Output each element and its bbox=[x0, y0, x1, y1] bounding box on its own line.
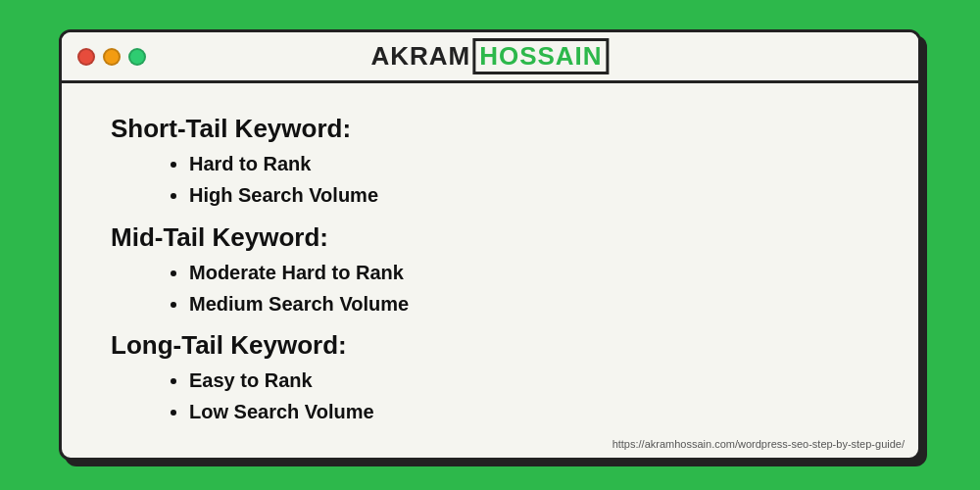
keyword-section-mid-tail: Mid-Tail Keyword:Moderate Hard to RankMe… bbox=[111, 222, 869, 319]
content-area: Short-Tail Keyword:Hard to RankHigh Sear… bbox=[62, 83, 918, 458]
list-item: Moderate Hard to Rank bbox=[189, 257, 869, 288]
list-item: Easy to Rank bbox=[189, 365, 869, 396]
keyword-section-short-tail: Short-Tail Keyword:Hard to RankHigh Sear… bbox=[111, 114, 869, 211]
window-buttons bbox=[77, 48, 146, 66]
keyword-list-long-tail: Easy to RankLow Search Volume bbox=[111, 365, 869, 427]
keyword-title-mid-tail: Mid-Tail Keyword: bbox=[111, 222, 869, 253]
logo-akram: AKRAM bbox=[370, 41, 470, 72]
maximize-button-icon[interactable] bbox=[128, 48, 146, 66]
logo-hossain: HOSSAIN bbox=[472, 38, 609, 74]
footer-url: https://akramhossain.com/wordpress-seo-s… bbox=[612, 438, 905, 450]
logo: AKRAM HOSSAIN bbox=[370, 38, 609, 74]
keyword-list-mid-tail: Moderate Hard to RankMedium Search Volum… bbox=[111, 257, 869, 319]
title-bar: AKRAM HOSSAIN bbox=[62, 32, 918, 83]
close-button-icon[interactable] bbox=[77, 48, 95, 66]
list-item: Medium Search Volume bbox=[189, 288, 869, 319]
list-item: High Search Volume bbox=[189, 179, 869, 211]
keyword-list-short-tail: Hard to RankHigh Search Volume bbox=[111, 148, 869, 211]
list-item: Hard to Rank bbox=[189, 148, 869, 179]
keyword-title-short-tail: Short-Tail Keyword: bbox=[111, 114, 869, 144]
window-container: AKRAM HOSSAIN Short-Tail Keyword:Hard to… bbox=[59, 29, 921, 461]
minimize-button-icon[interactable] bbox=[103, 48, 121, 66]
keyword-section-long-tail: Long-Tail Keyword:Easy to RankLow Search… bbox=[111, 330, 869, 427]
list-item: Low Search Volume bbox=[189, 396, 869, 427]
keyword-title-long-tail: Long-Tail Keyword: bbox=[111, 330, 869, 361]
